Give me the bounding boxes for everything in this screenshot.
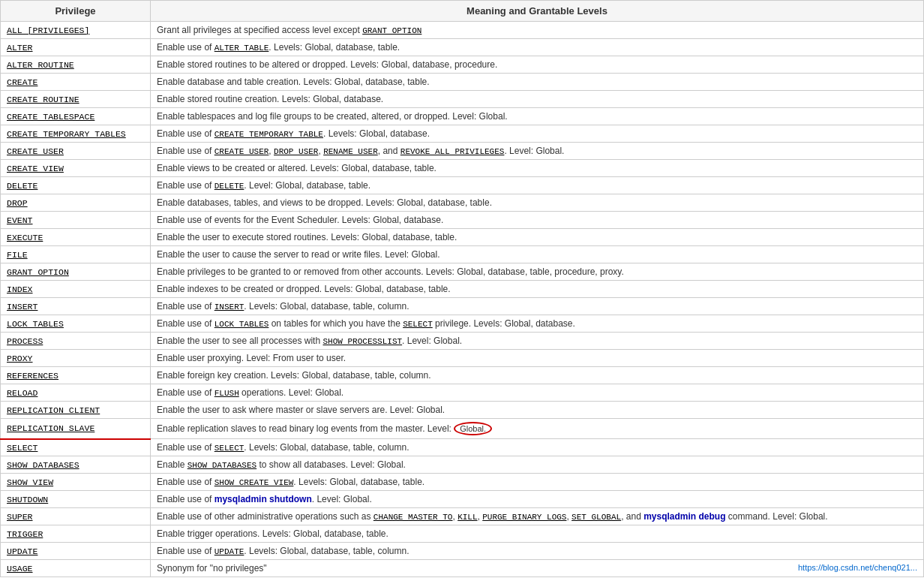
- table-row: ALL [PRIVILEGES]Grant all privileges at …: [1, 22, 924, 39]
- privilege-cell: EXECUTE: [1, 229, 151, 246]
- table-row: SHOW VIEWEnable use of SHOW CREATE VIEW.…: [1, 474, 924, 491]
- table-row: PROXYEnable user proxying. Level: From u…: [1, 350, 924, 367]
- table-row: DROPEnable databases, tables, and views …: [1, 194, 924, 212]
- meaning-cell: Enable user proxying. Level: From user t…: [151, 350, 924, 367]
- meaning-cell: Enable use of ALTER TABLE. Levels: Globa…: [151, 39, 924, 56]
- table-row: EVENTEnable use of events for the Event …: [1, 212, 924, 229]
- table-row: REPLICATION SLAVEEnable replication slav…: [1, 419, 924, 439]
- meaning-cell: Enable use of CREATE TEMPORARY TABLE. Le…: [151, 125, 924, 143]
- meaning-cell: Grant all privileges at specified access…: [151, 22, 924, 39]
- privilege-cell: RELOAD: [1, 384, 151, 402]
- table-row: DELETEEnable use of DELETE. Level: Globa…: [1, 177, 924, 194]
- meaning-cell: Enable views to be created or altered. L…: [151, 160, 924, 177]
- privilege-cell: UPDATE: [1, 543, 151, 560]
- meaning-cell: Enable use of LOCK TABLES on tables for …: [151, 315, 924, 333]
- meaning-cell: Enable foreign key creation. Levels: Glo…: [151, 367, 924, 384]
- table-row: ALTER ROUTINEEnable stored routines to b…: [1, 56, 924, 74]
- privilege-cell: CREATE ROUTINE: [1, 91, 151, 108]
- table-row: GRANT OPTIONEnable privileges to be gran…: [1, 263, 924, 281]
- table-row: INDEXEnable indexes to be created or dro…: [1, 281, 924, 298]
- meaning-cell: Enable indexes to be created or dropped.…: [151, 281, 924, 298]
- table-row: SELECTEnable use of SELECT. Levels: Glob…: [1, 439, 924, 456]
- meaning-cell: Enable database and table creation. Leve…: [151, 74, 924, 91]
- privilege-cell: FILE: [1, 246, 151, 263]
- privilege-cell: SHOW DATABASES: [1, 456, 151, 474]
- meaning-cell: Enable use of UPDATE. Levels: Global, da…: [151, 543, 924, 560]
- table-row: CREATE TABLESPACEEnable tablespaces and …: [1, 108, 924, 125]
- table-row: INSERTEnable use of INSERT. Levels: Glob…: [1, 298, 924, 315]
- table-row: USAGESynonym for "no privileges"https://…: [1, 560, 924, 577]
- privilege-cell: PROCESS: [1, 333, 151, 350]
- meaning-cell: Enable the user to execute stored routin…: [151, 229, 924, 246]
- privilege-cell: ALTER ROUTINE: [1, 56, 151, 74]
- privilege-cell: DROP: [1, 194, 151, 212]
- table-row: LOCK TABLESEnable use of LOCK TABLES on …: [1, 315, 924, 333]
- privilege-cell: SELECT: [1, 439, 151, 456]
- privilege-cell: CREATE USER: [1, 143, 151, 160]
- meaning-cell: Enable the user to ask where master or s…: [151, 402, 924, 419]
- col-header-privilege: Privilege: [1, 1, 151, 22]
- privilege-cell: DELETE: [1, 177, 151, 194]
- privilege-cell: CREATE TABLESPACE: [1, 108, 151, 125]
- privilege-cell: PROXY: [1, 350, 151, 367]
- meaning-cell: Enable use of DELETE. Level: Global, dat…: [151, 177, 924, 194]
- privilege-cell: INSERT: [1, 298, 151, 315]
- privilege-cell: EVENT: [1, 212, 151, 229]
- privilege-cell: SUPER: [1, 508, 151, 525]
- meaning-cell: Enable use of mysqladmin shutdown. Level…: [151, 491, 924, 508]
- meaning-cell: Enable the user to see all processes wit…: [151, 333, 924, 350]
- meaning-cell: Synonym for "no privileges"https://blog.…: [151, 560, 924, 577]
- table-row: EXECUTEEnable the user to execute stored…: [1, 229, 924, 246]
- meaning-cell: Enable databases, tables, and views to b…: [151, 194, 924, 212]
- table-row: PROCESSEnable the user to see all proces…: [1, 333, 924, 350]
- privilege-cell: LOCK TABLES: [1, 315, 151, 333]
- table-row: CREATE USEREnable use of CREATE USER, DR…: [1, 143, 924, 160]
- meaning-cell: Enable the user to cause the server to r…: [151, 246, 924, 263]
- privilege-cell: INDEX: [1, 281, 151, 298]
- meaning-cell: Enable use of SELECT. Levels: Global, da…: [151, 439, 924, 456]
- table-row: REPLICATION CLIENTEnable the user to ask…: [1, 402, 924, 419]
- table-row: CREATEEnable database and table creation…: [1, 74, 924, 91]
- meaning-cell: Enable SHOW DATABASES to show all databa…: [151, 456, 924, 474]
- table-row: REFERENCESEnable foreign key creation. L…: [1, 367, 924, 384]
- privilege-cell: ALTER: [1, 39, 151, 56]
- privilege-cell: REPLICATION SLAVE: [1, 419, 151, 439]
- table-row: TRIGGEREnable trigger operations. Levels…: [1, 525, 924, 543]
- meaning-cell: Enable replication slaves to read binary…: [151, 419, 924, 439]
- privilege-cell: USAGE: [1, 560, 151, 577]
- table-row: CREATE TEMPORARY TABLESEnable use of CRE…: [1, 125, 924, 143]
- meaning-cell: Enable stored routines to be altered or …: [151, 56, 924, 74]
- privilege-cell: SHOW VIEW: [1, 474, 151, 491]
- privilege-cell: REPLICATION CLIENT: [1, 402, 151, 419]
- table-row: FILEEnable the user to cause the server …: [1, 246, 924, 263]
- meaning-cell: Enable trigger operations. Levels: Globa…: [151, 525, 924, 543]
- meaning-cell: Enable use of CREATE USER, DROP USER, RE…: [151, 143, 924, 160]
- table-row: SHUTDOWNEnable use of mysqladmin shutdow…: [1, 491, 924, 508]
- table-row: SUPEREnable use of other administrative …: [1, 508, 924, 525]
- meaning-cell: Enable use of other administrative opera…: [151, 508, 924, 525]
- privilege-cell: TRIGGER: [1, 525, 151, 543]
- meaning-cell: Enable tablespaces and log file groups t…: [151, 108, 924, 125]
- col-header-meaning: Meaning and Grantable Levels: [151, 1, 924, 22]
- privilege-cell: CREATE TEMPORARY TABLES: [1, 125, 151, 143]
- privileges-table: Privilege Meaning and Grantable Levels A…: [0, 0, 924, 577]
- table-row: CREATE VIEWEnable views to be created or…: [1, 160, 924, 177]
- table-row: UPDATEEnable use of UPDATE. Levels: Glob…: [1, 543, 924, 560]
- table-row: SHOW DATABASESEnable SHOW DATABASES to s…: [1, 456, 924, 474]
- meaning-cell: Enable stored routine creation. Levels: …: [151, 91, 924, 108]
- meaning-cell: Enable use of events for the Event Sched…: [151, 212, 924, 229]
- privilege-cell: GRANT OPTION: [1, 263, 151, 281]
- table-row: ALTEREnable use of ALTER TABLE. Levels: …: [1, 39, 924, 56]
- meaning-cell: Enable use of INSERT. Levels: Global, da…: [151, 298, 924, 315]
- privilege-cell: CREATE: [1, 74, 151, 91]
- table-row: CREATE ROUTINEEnable stored routine crea…: [1, 91, 924, 108]
- meaning-cell: Enable use of FLUSH operations. Level: G…: [151, 384, 924, 402]
- privilege-cell: REFERENCES: [1, 367, 151, 384]
- privilege-cell: ALL [PRIVILEGES]: [1, 22, 151, 39]
- privilege-cell: SHUTDOWN: [1, 491, 151, 508]
- table-row: RELOADEnable use of FLUSH operations. Le…: [1, 384, 924, 402]
- privilege-cell: CREATE VIEW: [1, 160, 151, 177]
- meaning-cell: Enable use of SHOW CREATE VIEW. Levels: …: [151, 474, 924, 491]
- meaning-cell: Enable privileges to be granted to or re…: [151, 263, 924, 281]
- url-text: https://blog.csdn.net/chenq021...: [798, 563, 917, 572]
